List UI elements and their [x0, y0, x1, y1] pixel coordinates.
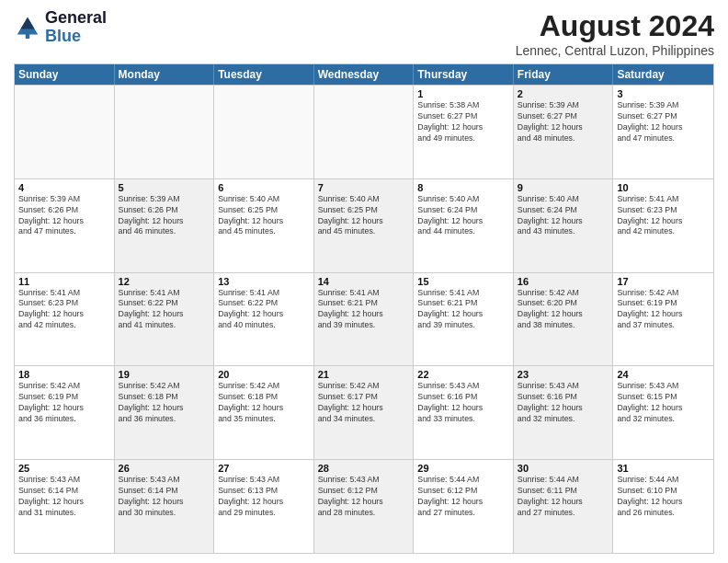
cell-info: Sunrise: 5:42 AM Sunset: 6:19 PM Dayligh… — [617, 288, 710, 332]
day-number: 20 — [218, 369, 310, 380]
month-year: August 2024 — [516, 9, 714, 43]
cell-info: Sunrise: 5:38 AM Sunset: 6:27 PM Dayligh… — [417, 100, 509, 144]
location: Lennec, Central Luzon, Philippines — [516, 43, 714, 58]
calendar-cell-r4c4: 29Sunrise: 5:44 AM Sunset: 6:12 PM Dayli… — [414, 460, 514, 553]
cell-info: Sunrise: 5:42 AM Sunset: 6:17 PM Dayligh… — [318, 381, 410, 425]
day-number: 21 — [318, 369, 410, 380]
cell-info: Sunrise: 5:41 AM Sunset: 6:22 PM Dayligh… — [218, 288, 310, 332]
calendar-cell-r3c3: 21Sunrise: 5:42 AM Sunset: 6:17 PM Dayli… — [314, 366, 415, 459]
calendar-cell-r0c0 — [15, 86, 115, 178]
cell-info: Sunrise: 5:41 AM Sunset: 6:23 PM Dayligh… — [617, 194, 710, 238]
day-number: 16 — [518, 276, 609, 287]
cell-info: Sunrise: 5:44 AM Sunset: 6:11 PM Dayligh… — [518, 475, 609, 519]
calendar-cell-r2c3: 14Sunrise: 5:41 AM Sunset: 6:21 PM Dayli… — [314, 273, 415, 366]
cell-info: Sunrise: 5:42 AM Sunset: 6:20 PM Dayligh… — [518, 288, 609, 332]
day-number: 14 — [318, 276, 410, 287]
day-number: 9 — [518, 182, 609, 193]
cell-info: Sunrise: 5:39 AM Sunset: 6:26 PM Dayligh… — [119, 194, 210, 238]
svg-marker-1 — [21, 17, 35, 29]
logo-line2: Blue — [45, 27, 81, 45]
day-number: 6 — [218, 182, 310, 193]
calendar-row-1: 4Sunrise: 5:39 AM Sunset: 6:26 PM Daylig… — [15, 178, 713, 272]
day-number: 29 — [417, 463, 509, 474]
day-number: 13 — [218, 276, 310, 287]
day-number: 30 — [518, 463, 609, 474]
header: General Blue August 2024 Lennec, Central… — [14, 9, 714, 58]
calendar-cell-r4c2: 27Sunrise: 5:43 AM Sunset: 6:13 PM Dayli… — [214, 460, 314, 553]
day-number: 8 — [417, 182, 509, 193]
calendar-cell-r3c6: 24Sunrise: 5:43 AM Sunset: 6:15 PM Dayli… — [613, 366, 713, 459]
cell-info: Sunrise: 5:40 AM Sunset: 6:25 PM Dayligh… — [318, 194, 410, 238]
cell-info: Sunrise: 5:39 AM Sunset: 6:27 PM Dayligh… — [617, 100, 710, 144]
weekday-header-saturday: Saturday — [613, 64, 713, 85]
calendar-cell-r1c4: 8Sunrise: 5:40 AM Sunset: 6:24 PM Daylig… — [414, 179, 514, 272]
calendar-cell-r2c2: 13Sunrise: 5:41 AM Sunset: 6:22 PM Dayli… — [214, 273, 314, 366]
calendar-cell-r2c0: 11Sunrise: 5:41 AM Sunset: 6:23 PM Dayli… — [15, 273, 115, 366]
day-number: 4 — [18, 182, 110, 193]
calendar: SundayMondayTuesdayWednesdayThursdayFrid… — [14, 63, 714, 554]
calendar-body: 1Sunrise: 5:38 AM Sunset: 6:27 PM Daylig… — [15, 85, 713, 553]
calendar-row-0: 1Sunrise: 5:38 AM Sunset: 6:27 PM Daylig… — [15, 85, 713, 178]
cell-info: Sunrise: 5:41 AM Sunset: 6:21 PM Dayligh… — [318, 288, 410, 332]
calendar-cell-r0c5: 2Sunrise: 5:39 AM Sunset: 6:27 PM Daylig… — [514, 86, 614, 178]
cell-info: Sunrise: 5:39 AM Sunset: 6:26 PM Dayligh… — [18, 194, 110, 238]
day-number: 18 — [18, 369, 110, 380]
calendar-row-3: 18Sunrise: 5:42 AM Sunset: 6:19 PM Dayli… — [15, 365, 713, 459]
cell-info: Sunrise: 5:43 AM Sunset: 6:16 PM Dayligh… — [417, 381, 509, 425]
calendar-cell-r1c1: 5Sunrise: 5:39 AM Sunset: 6:26 PM Daylig… — [115, 179, 215, 272]
day-number: 2 — [518, 88, 609, 99]
cell-info: Sunrise: 5:43 AM Sunset: 6:14 PM Dayligh… — [119, 475, 210, 519]
calendar-cell-r0c4: 1Sunrise: 5:38 AM Sunset: 6:27 PM Daylig… — [414, 86, 514, 178]
svg-rect-2 — [26, 33, 30, 39]
day-number: 23 — [518, 369, 609, 380]
calendar-cell-r0c3 — [314, 86, 415, 178]
weekday-header-tuesday: Tuesday — [214, 64, 314, 85]
logo-line1: General — [45, 9, 107, 28]
cell-info: Sunrise: 5:42 AM Sunset: 6:19 PM Dayligh… — [18, 381, 110, 425]
calendar-header: SundayMondayTuesdayWednesdayThursdayFrid… — [15, 64, 713, 85]
calendar-cell-r0c1 — [115, 86, 215, 178]
cell-info: Sunrise: 5:39 AM Sunset: 6:27 PM Dayligh… — [518, 100, 609, 144]
cell-info: Sunrise: 5:40 AM Sunset: 6:24 PM Dayligh… — [417, 194, 509, 238]
cell-info: Sunrise: 5:41 AM Sunset: 6:23 PM Dayligh… — [18, 288, 110, 332]
cell-info: Sunrise: 5:44 AM Sunset: 6:12 PM Dayligh… — [417, 475, 509, 519]
page: General Blue August 2024 Lennec, Central… — [0, 0, 728, 563]
calendar-row-4: 25Sunrise: 5:43 AM Sunset: 6:14 PM Dayli… — [15, 459, 713, 553]
day-number: 26 — [119, 463, 210, 474]
calendar-cell-r1c2: 6Sunrise: 5:40 AM Sunset: 6:25 PM Daylig… — [214, 179, 314, 272]
weekday-header-monday: Monday — [115, 64, 215, 85]
cell-info: Sunrise: 5:43 AM Sunset: 6:15 PM Dayligh… — [617, 381, 710, 425]
cell-info: Sunrise: 5:43 AM Sunset: 6:16 PM Dayligh… — [518, 381, 609, 425]
calendar-cell-r1c3: 7Sunrise: 5:40 AM Sunset: 6:25 PM Daylig… — [314, 179, 415, 272]
cell-info: Sunrise: 5:43 AM Sunset: 6:12 PM Dayligh… — [318, 475, 410, 519]
calendar-cell-r0c6: 3Sunrise: 5:39 AM Sunset: 6:27 PM Daylig… — [613, 86, 713, 178]
cell-info: Sunrise: 5:41 AM Sunset: 6:22 PM Dayligh… — [119, 288, 210, 332]
day-number: 22 — [417, 369, 509, 380]
day-number: 31 — [617, 463, 710, 474]
calendar-cell-r3c0: 18Sunrise: 5:42 AM Sunset: 6:19 PM Dayli… — [15, 366, 115, 459]
cell-info: Sunrise: 5:43 AM Sunset: 6:13 PM Dayligh… — [218, 475, 310, 519]
calendar-row-2: 11Sunrise: 5:41 AM Sunset: 6:23 PM Dayli… — [15, 272, 713, 366]
calendar-cell-r2c6: 17Sunrise: 5:42 AM Sunset: 6:19 PM Dayli… — [613, 273, 713, 366]
calendar-cell-r1c0: 4Sunrise: 5:39 AM Sunset: 6:26 PM Daylig… — [15, 179, 115, 272]
cell-info: Sunrise: 5:40 AM Sunset: 6:25 PM Dayligh… — [218, 194, 310, 238]
calendar-cell-r2c5: 16Sunrise: 5:42 AM Sunset: 6:20 PM Dayli… — [514, 273, 614, 366]
day-number: 5 — [119, 182, 210, 193]
title-block: August 2024 Lennec, Central Luzon, Phili… — [516, 9, 714, 58]
day-number: 3 — [617, 88, 710, 99]
logo-text: General Blue — [45, 9, 107, 46]
calendar-cell-r4c3: 28Sunrise: 5:43 AM Sunset: 6:12 PM Dayli… — [314, 460, 415, 553]
day-number: 28 — [318, 463, 410, 474]
calendar-cell-r3c4: 22Sunrise: 5:43 AM Sunset: 6:16 PM Dayli… — [414, 366, 514, 459]
day-number: 12 — [119, 276, 210, 287]
logo: General Blue — [14, 9, 107, 46]
calendar-cell-r3c2: 20Sunrise: 5:42 AM Sunset: 6:18 PM Dayli… — [214, 366, 314, 459]
calendar-cell-r2c1: 12Sunrise: 5:41 AM Sunset: 6:22 PM Dayli… — [115, 273, 215, 366]
day-number: 15 — [417, 276, 509, 287]
day-number: 24 — [617, 369, 710, 380]
calendar-cell-r4c6: 31Sunrise: 5:44 AM Sunset: 6:10 PM Dayli… — [613, 460, 713, 553]
weekday-header-thursday: Thursday — [414, 64, 514, 85]
weekday-header-friday: Friday — [514, 64, 614, 85]
cell-info: Sunrise: 5:41 AM Sunset: 6:21 PM Dayligh… — [417, 288, 509, 332]
cell-info: Sunrise: 5:42 AM Sunset: 6:18 PM Dayligh… — [119, 381, 210, 425]
